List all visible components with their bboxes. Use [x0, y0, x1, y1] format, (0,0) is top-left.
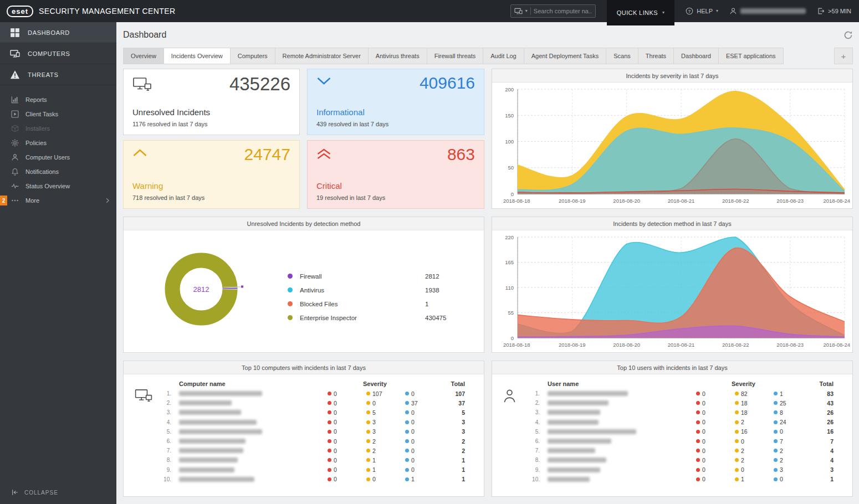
card-value: 24747: [244, 145, 290, 164]
sidebar-item-label: Status Overview: [25, 183, 70, 189]
severity-value: 82: [741, 390, 748, 397]
card-unresolved[interactable]: 435226Unresolved Incidents1176 resolved …: [123, 69, 300, 135]
sidebar-item-threats[interactable]: THREATS: [0, 64, 116, 85]
sidebar-item-reports[interactable]: Reports: [0, 92, 116, 107]
severity-informational-cell: 0: [774, 476, 812, 482]
row-name-redacted: [541, 448, 696, 453]
row-name-redacted: [172, 457, 328, 462]
svg-text:2812: 2812: [193, 285, 209, 294]
sidebar-item-policies[interactable]: Policies: [0, 136, 116, 150]
severity-critical-cell: 0: [328, 448, 366, 454]
critical-dot: [328, 468, 331, 472]
table-row[interactable]: 1.01070107: [124, 389, 484, 398]
severity-informational-cell: 0: [405, 438, 444, 445]
tab-dashboard[interactable]: Dashboard: [673, 48, 719, 64]
severity-informational-cell: 2: [774, 448, 812, 454]
sidebar-item-status-overview[interactable]: Status Overview: [0, 179, 116, 193]
row-rank: 7.: [492, 448, 541, 454]
redacted-text: [179, 448, 243, 453]
help-menu[interactable]: ? HELP ▾: [686, 7, 718, 15]
collapse-button[interactable]: COLLAPSE: [0, 481, 116, 504]
sidebar-item-client-tasks[interactable]: Client Tasks: [0, 107, 116, 121]
table-row[interactable]: 6.0202: [124, 436, 484, 446]
add-dashboard-tab-button[interactable]: +: [834, 48, 853, 64]
search-scope-icon[interactable]: [514, 8, 523, 15]
table-row[interactable]: 1.082183: [492, 389, 852, 398]
quick-links-menu[interactable]: QUICK LINKS ▾: [607, 0, 675, 25]
table-row[interactable]: 3.018826: [492, 408, 852, 417]
column-header-name[interactable]: User name: [541, 380, 696, 387]
table-row[interactable]: 9.0101: [124, 465, 484, 475]
column-header-total[interactable]: Total: [812, 380, 852, 387]
tab-incidents-overview[interactable]: Incidents Overview: [163, 48, 231, 64]
legend-item-firewall[interactable]: Firewall2812: [288, 269, 446, 283]
chevron-down-icon[interactable]: ▾: [525, 9, 528, 13]
sidebar-item-notifications[interactable]: Notifications: [0, 164, 116, 179]
column-header-total[interactable]: Total: [444, 380, 484, 387]
table-row[interactable]: 2.003737: [124, 398, 484, 408]
severity-critical-cell: 0: [328, 476, 366, 482]
severity-critical-cell: 0: [696, 466, 735, 473]
panel-incidents-by-severity: Incidents by severity in last 7 days 050…: [492, 69, 853, 209]
sidebar-item-computer-users[interactable]: Computer Users: [0, 150, 116, 164]
severity-warning-cell: 18: [735, 400, 774, 407]
severity-informational-cell: 8: [774, 409, 812, 416]
table-row[interactable]: 4.0303: [124, 418, 484, 427]
tab-computers[interactable]: Computers: [230, 48, 275, 64]
table-row[interactable]: 2.0182543: [492, 398, 852, 408]
card-value: 409616: [420, 74, 475, 92]
row-rank: 7.: [124, 448, 172, 454]
severity-value: 2: [741, 457, 744, 464]
tab-remote-administrator-server[interactable]: Remote Administrator Server: [275, 48, 369, 64]
eset-logo: eset: [7, 6, 33, 17]
table-row[interactable]: 9.0033: [492, 465, 852, 475]
row-total: 26: [812, 409, 852, 416]
critical-dot: [696, 392, 700, 395]
sidebar-item-dashboard[interactable]: DASHBOARD: [0, 22, 116, 43]
column-header-severity[interactable]: Severity: [363, 380, 405, 387]
severity-area-chart[interactable]: 0501001502002018-08-182018-08-192018-08-…: [492, 83, 852, 208]
table-header: Computer nameSeverityTotal: [124, 379, 484, 389]
table-row[interactable]: 7.0224: [492, 446, 852, 455]
table-row[interactable]: 4.022426: [492, 418, 852, 427]
severity-value: 24: [780, 419, 786, 425]
svg-text:2018-08-23: 2018-08-23: [776, 198, 804, 204]
card-critical[interactable]: 863Critical19 resolved in last 7 days: [307, 140, 484, 209]
sidebar-item-installers[interactable]: Installers: [0, 121, 116, 136]
tab-antivirus-threats[interactable]: Antivirus threats: [368, 48, 427, 64]
column-header-name[interactable]: Computer name: [172, 380, 328, 387]
tab-firewall-threats[interactable]: Firewall threats: [427, 48, 484, 64]
table-row[interactable]: 6.0077: [492, 436, 852, 446]
session-timer[interactable]: >59 MIN: [817, 7, 851, 15]
legend-item-antivirus[interactable]: Antivirus1938: [288, 283, 446, 297]
legend-item-blocked-files[interactable]: Blocked Files1: [288, 297, 446, 311]
table-row[interactable]: 7.0202: [124, 446, 484, 455]
table-row[interactable]: 5.016016: [492, 427, 852, 436]
tab-scans[interactable]: Scans: [606, 48, 638, 64]
table-row[interactable]: 8.0224: [492, 455, 852, 465]
sidebar-item-computers[interactable]: COMPUTERS: [0, 43, 116, 64]
table-row[interactable]: 5.0303: [124, 427, 484, 436]
tab-eset-applications[interactable]: ESET applications: [718, 48, 784, 64]
legend-label: Blocked Files: [300, 301, 425, 307]
card-warning[interactable]: 24747Warning718 resolved in last 7 days: [123, 140, 300, 209]
refresh-icon[interactable]: [843, 30, 853, 40]
tab-audit-log[interactable]: Audit Log: [483, 48, 524, 64]
tab-overview[interactable]: Overview: [123, 48, 164, 64]
computer-search[interactable]: ▾: [510, 4, 596, 18]
table-row[interactable]: 8.0101: [124, 455, 484, 465]
tab-threats[interactable]: Threats: [638, 48, 674, 64]
legend-item-enterprise-inspector[interactable]: Enterprise Inspector430475: [288, 311, 446, 325]
tab-agent-deployment-tasks[interactable]: Agent Deployment Tasks: [524, 48, 606, 64]
table-row[interactable]: 10.0011: [124, 475, 484, 484]
table-row[interactable]: 3.0505: [124, 408, 484, 417]
detection-area-chart[interactable]: 0551101652202018-08-182018-08-192018-08-…: [492, 230, 852, 352]
table-row[interactable]: 10.0101: [492, 475, 852, 484]
card-informational[interactable]: 409616Informational439 resolved in last …: [307, 69, 484, 135]
user-menu[interactable]: [729, 7, 806, 15]
sidebar-item-more[interactable]: More2: [0, 193, 116, 208]
warning-dot: [735, 420, 739, 424]
divider: [530, 7, 531, 15]
search-input[interactable]: [534, 8, 592, 14]
column-header-severity[interactable]: Severity: [732, 380, 774, 387]
